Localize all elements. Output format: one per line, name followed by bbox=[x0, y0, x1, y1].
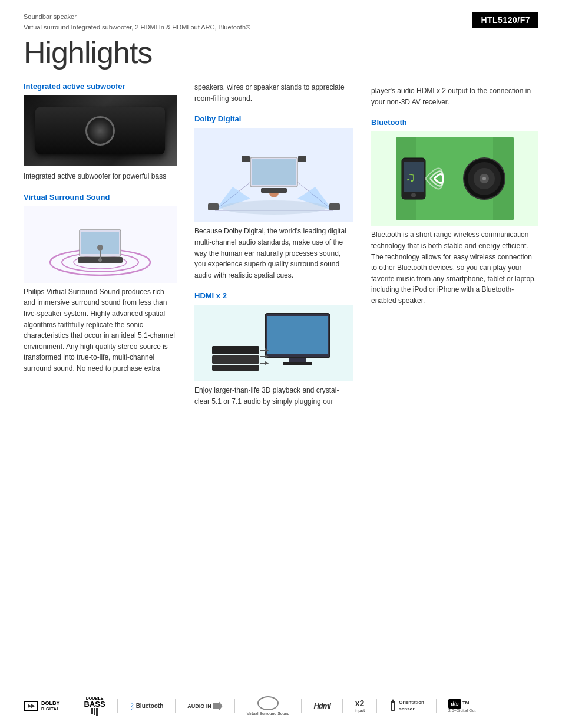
hdmi-footer-badge: Hdmi bbox=[313, 701, 330, 710]
badge-sep-7 bbox=[376, 699, 377, 713]
right-continuation: player's audio HDMI x 2 output to the co… bbox=[371, 85, 538, 107]
hdmi-footer-label: Hdmi bbox=[313, 701, 330, 710]
svg-rect-17 bbox=[208, 203, 219, 210]
main-content: Integrated active subwoofer Integrated a… bbox=[24, 82, 538, 407]
badge-sep-6 bbox=[342, 699, 343, 713]
svg-rect-23 bbox=[267, 316, 328, 354]
svg-rect-27 bbox=[212, 355, 259, 364]
svg-rect-15 bbox=[252, 159, 296, 185]
svg-point-13 bbox=[221, 200, 327, 215]
svg-rect-25 bbox=[283, 362, 312, 365]
svg-rect-21 bbox=[261, 188, 287, 193]
svg-rect-18 bbox=[329, 203, 340, 210]
virtual-surround-title: Virtual Surround Sound bbox=[24, 193, 177, 202]
hdmi-text: Enjoy larger-than-life 3D playback and c… bbox=[194, 385, 353, 407]
subwoofer-title: Integrated active subwoofer bbox=[24, 82, 177, 91]
orientation-badge: Orientation sensor bbox=[389, 700, 424, 712]
dolby-logo-text: ▶▶ bbox=[28, 703, 34, 709]
left-column: Integrated active subwoofer Integrated a… bbox=[24, 82, 177, 407]
bass-label: BASS bbox=[84, 700, 105, 708]
header-model: HTL5120/F7 bbox=[472, 12, 538, 28]
badge-sep-3 bbox=[175, 699, 176, 713]
header-left: Soundbar speaker Virtual surround Integr… bbox=[24, 12, 250, 32]
svg-marker-34 bbox=[265, 361, 269, 365]
orientation-text: Orientation sensor bbox=[399, 700, 424, 712]
orientation-icon bbox=[389, 700, 397, 712]
bluetooth-svg: ♫ bbox=[396, 137, 514, 220]
double-bass-badge: DOUBLE BASS bbox=[84, 696, 105, 716]
svg-rect-19 bbox=[242, 156, 250, 162]
mid-column: speakers, wires or speaker stands to app… bbox=[194, 82, 353, 407]
bluetooth-title: Bluetooth bbox=[371, 118, 538, 127]
subwoofer-shape bbox=[35, 107, 165, 154]
page: Soundbar speaker Virtual surround Integr… bbox=[0, 0, 562, 728]
svg-text:♫: ♫ bbox=[405, 170, 415, 185]
dts-logo-box: dts bbox=[448, 699, 461, 709]
svg-point-40 bbox=[411, 193, 416, 197]
dolby-svg bbox=[203, 134, 345, 216]
svg-rect-28 bbox=[212, 365, 259, 371]
svg-point-7 bbox=[97, 245, 103, 251]
dts-main-label: dts bbox=[451, 701, 459, 707]
subwoofer-image bbox=[24, 95, 177, 166]
dts-sub-label: 2.0+Digital Out bbox=[448, 709, 476, 713]
header: Soundbar speaker Virtual surround Integr… bbox=[24, 12, 538, 32]
svg-rect-20 bbox=[298, 156, 306, 162]
product-type: Soundbar speaker bbox=[24, 12, 250, 22]
bluetooth-icon: ᛒ bbox=[130, 701, 134, 711]
audio-in-label: AUDIO IN bbox=[187, 703, 211, 709]
badge-sep-5 bbox=[301, 699, 302, 713]
audio-in-badge: AUDIO IN bbox=[187, 701, 223, 711]
bluetooth-image: ♫ bbox=[371, 131, 538, 226]
bluetooth-badge-label: Bluetooth bbox=[136, 703, 164, 709]
virtual-surround-image bbox=[24, 206, 177, 283]
virtual-surround-svg bbox=[41, 212, 159, 277]
page-title: Highlights bbox=[24, 35, 538, 70]
badge-sep-4 bbox=[234, 699, 235, 713]
subwoofer-caption: Integrated active subwoofer for powerful… bbox=[24, 171, 177, 182]
x2-sub: input bbox=[355, 708, 365, 713]
vs-circle-icon bbox=[257, 696, 279, 710]
orientation-label: Orientation bbox=[399, 700, 424, 706]
virtual-surround-text: Philips Virtual Surround Sound produces … bbox=[24, 286, 177, 374]
svg-rect-24 bbox=[289, 358, 306, 363]
svg-point-46 bbox=[482, 177, 486, 180]
mid-continuation: speakers, wires or speaker stands to app… bbox=[194, 82, 353, 104]
audio-in-arrow-icon bbox=[213, 701, 223, 711]
sensor-label: sensor bbox=[399, 706, 424, 712]
svg-rect-26 bbox=[212, 346, 259, 354]
dolby-sub: DIGITAL bbox=[41, 707, 60, 711]
hdmi-svg bbox=[206, 311, 342, 375]
product-subtitle: Virtual surround Integrated subwoofer, 2… bbox=[24, 22, 250, 33]
virtual-surround-footer-badge: Virtual Surround Sound bbox=[247, 696, 290, 716]
x2-label: x2 bbox=[355, 699, 365, 708]
dolby-title: Dolby Digital bbox=[194, 114, 353, 123]
dolby-text-badge: DOLBY DIGITAL bbox=[41, 700, 60, 711]
hdmi-image bbox=[194, 305, 353, 381]
badge-sep-8 bbox=[436, 699, 437, 713]
dts-badge: dts ™ 2.0+Digital Out bbox=[448, 699, 476, 713]
subwoofer-circle bbox=[85, 116, 115, 146]
bluetooth-text: Bluetooth is a short range wireless comm… bbox=[371, 229, 538, 306]
dolby-badge: ▶▶ DOLBY DIGITAL bbox=[24, 700, 60, 711]
right-column: player's audio HDMI x 2 output to the co… bbox=[371, 82, 538, 407]
dolby-label: DOLBY bbox=[41, 700, 60, 707]
vs-footer-label: Virtual Surround Sound bbox=[247, 711, 290, 716]
dts-tm: ™ bbox=[462, 700, 470, 709]
badge-sep-1 bbox=[72, 699, 72, 713]
footer-badges: ▶▶ DOLBY DIGITAL DOUBLE BASS ᛒ Bluetooth bbox=[24, 689, 538, 716]
x2-badge: x2 input bbox=[355, 699, 365, 713]
hdmi-title: HDMI x 2 bbox=[194, 291, 353, 300]
dolby-image bbox=[194, 128, 353, 222]
bluetooth-badge: ᛒ Bluetooth bbox=[130, 701, 164, 711]
dolby-text: Because Dolby Digital, the world's leadi… bbox=[194, 226, 353, 281]
badge-sep-2 bbox=[117, 699, 118, 713]
